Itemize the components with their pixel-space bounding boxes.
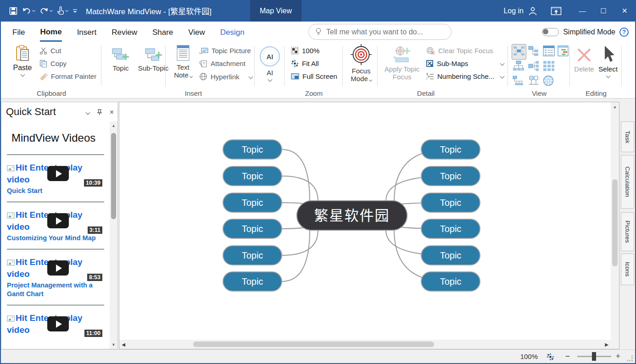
panel-scrollbar[interactable]: ▲ ▼: [110, 121, 117, 349]
view-mind-map-button[interactable]: [512, 44, 526, 60]
tab-pictures[interactable]: Pictures: [621, 212, 634, 251]
view-timeline-button[interactable]: [513, 75, 524, 88]
copy-button[interactable]: Copy: [39, 60, 67, 67]
view-left-right-button[interactable]: [528, 61, 539, 73]
sub-maps-dropdown-icon[interactable]: [500, 61, 505, 66]
tab-home[interactable]: Home: [40, 22, 61, 42]
tab-view[interactable]: View: [188, 23, 205, 41]
numbering-scheme-button[interactable]: 1 a i Numbering Sche...: [426, 72, 504, 80]
canvas-scroll-right-icon[interactable]: ▶: [603, 340, 611, 349]
apply-topic-focus-button[interactable]: Apply Topic Focus: [381, 46, 423, 81]
view-gantt-button[interactable]: [558, 45, 569, 58]
tab-icons[interactable]: Icons: [621, 254, 634, 285]
topic-node[interactable]: Topic: [223, 140, 282, 159]
fit-map-button[interactable]: [547, 353, 554, 363]
fit-all-button[interactable]: Fit All: [291, 60, 319, 67]
tab-insert[interactable]: Insert: [77, 23, 97, 41]
canvas-hscroll-thumb[interactable]: [193, 342, 434, 347]
video-caption[interactable]: Project Management with a Gantt Chart: [7, 281, 101, 298]
focus-mode-button[interactable]: Focus Mode: [347, 44, 375, 83]
topic-node[interactable]: Topic: [421, 246, 480, 265]
play-button[interactable]: [47, 260, 69, 276]
topic-node[interactable]: Topic: [223, 219, 282, 238]
view-outline-button[interactable]: [543, 45, 555, 58]
canvas-vscroll-thumb[interactable]: [612, 179, 618, 266]
search-input[interactable]: [326, 28, 441, 36]
simplified-mode-toggle[interactable]: [542, 28, 559, 36]
zoom-in-button[interactable]: +: [615, 352, 620, 361]
video-caption[interactable]: Customizing Your Mind Map: [7, 234, 101, 243]
play-button[interactable]: [47, 213, 69, 228]
select-button[interactable]: Select: [597, 45, 619, 77]
touch-mode-button[interactable]: [57, 6, 68, 15]
redo-dropdown-icon[interactable]: [50, 8, 53, 11]
video-caption[interactable]: Quick Start: [7, 187, 101, 195]
play-button[interactable]: [47, 166, 69, 181]
tab-task[interactable]: Task: [621, 121, 634, 152]
topic-node[interactable]: Topic: [421, 140, 480, 159]
scroll-down-icon[interactable]: ▼: [110, 342, 117, 347]
attachment-button[interactable]: Attachment: [199, 60, 245, 67]
topic-picture-button[interactable]: Topic Picture: [199, 47, 251, 55]
topic-node[interactable]: Topic: [223, 246, 282, 265]
view-notes-button[interactable]: [528, 75, 539, 88]
video-item[interactable]: Hit Enter to play video 11:00: [7, 313, 105, 336]
video-item[interactable]: Hit Enter to play video 3:11 Customizing…: [7, 210, 105, 243]
tab-review[interactable]: Review: [112, 23, 137, 41]
ai-dropdown-icon[interactable]: [268, 77, 272, 82]
panel-close-icon[interactable]: ×: [110, 110, 114, 115]
minimize-button[interactable]: —: [572, 0, 593, 22]
canvas-scroll-up-icon[interactable]: ▲: [611, 105, 619, 109]
tell-me-search[interactable]: [308, 24, 452, 40]
select-dropdown-icon[interactable]: [606, 74, 610, 78]
format-painter-button[interactable]: Format Painter: [39, 72, 96, 80]
log-in-button[interactable]: Log in: [503, 6, 538, 16]
hyperlink-dropdown-icon[interactable]: [248, 74, 253, 79]
topic-node[interactable]: Topic: [223, 272, 282, 291]
tab-design[interactable]: Design: [220, 23, 245, 41]
paste-dropdown-icon[interactable]: [20, 72, 25, 77]
topic-node[interactable]: Topic: [223, 166, 282, 186]
canvas-scroll-left-icon[interactable]: ◀: [119, 340, 128, 349]
view-matrix-button[interactable]: [543, 61, 555, 73]
undo-button[interactable]: [22, 7, 35, 15]
panel-menu-icon[interactable]: [85, 110, 90, 115]
maximize-button[interactable]: □: [593, 0, 614, 22]
paste-button[interactable]: Paste: [9, 45, 36, 76]
undo-dropdown-icon[interactable]: [32, 8, 35, 11]
help-icon[interactable]: ?: [619, 28, 629, 37]
zoom-slider-handle[interactable]: [592, 352, 596, 361]
cut-button[interactable]: Cut: [39, 47, 61, 55]
view-top-down-button[interactable]: [528, 45, 539, 58]
redo-button[interactable]: [39, 7, 52, 15]
numbering-scheme-dropdown-icon[interactable]: [500, 74, 505, 79]
view-zoom-wheel-button[interactable]: [543, 75, 554, 88]
ai-button[interactable]: AI AI: [258, 46, 282, 81]
zoom-slider[interactable]: [577, 356, 611, 357]
video-item[interactable]: Hit Enter to play video 8:53 Project Man…: [7, 257, 105, 298]
resize-grip[interactable]: [627, 355, 633, 362]
close-button[interactable]: ×: [614, 0, 635, 22]
canvas-vertical-scrollbar[interactable]: ▲: [611, 102, 619, 340]
zoom-100-button[interactable]: 100%: [291, 47, 319, 55]
tab-calculation[interactable]: Calculation: [621, 155, 634, 209]
view-org-chart-button[interactable]: [513, 61, 524, 73]
hyperlink-button[interactable]: Hyperlink: [199, 72, 252, 81]
full-screen-button[interactable]: Full Screen: [291, 72, 337, 80]
clear-topic-focus-button[interactable]: Clear Topic Focus: [426, 47, 493, 55]
map-view-tab[interactable]: Map View: [250, 0, 301, 22]
scroll-up-icon[interactable]: ▲: [110, 123, 117, 128]
topic-node[interactable]: Topic: [421, 272, 480, 291]
zoom-out-button[interactable]: −: [565, 352, 570, 361]
delete-button[interactable]: Delete: [572, 47, 597, 73]
touch-mode-dropdown-icon[interactable]: [65, 8, 68, 11]
topic-node[interactable]: Topic: [223, 193, 282, 212]
present-button[interactable]: [551, 6, 562, 16]
customize-toolbar-button[interactable]: [73, 8, 78, 14]
video-item[interactable]: Hit Enter to play video 10:39 Quick Star…: [7, 162, 105, 195]
scrollbar-thumb[interactable]: [111, 133, 116, 219]
topic-node[interactable]: Topic: [421, 193, 480, 212]
topic-node[interactable]: Topic: [421, 219, 480, 238]
topic-node[interactable]: Topic: [421, 166, 480, 186]
sub-maps-button[interactable]: Sub-Maps: [426, 60, 504, 67]
